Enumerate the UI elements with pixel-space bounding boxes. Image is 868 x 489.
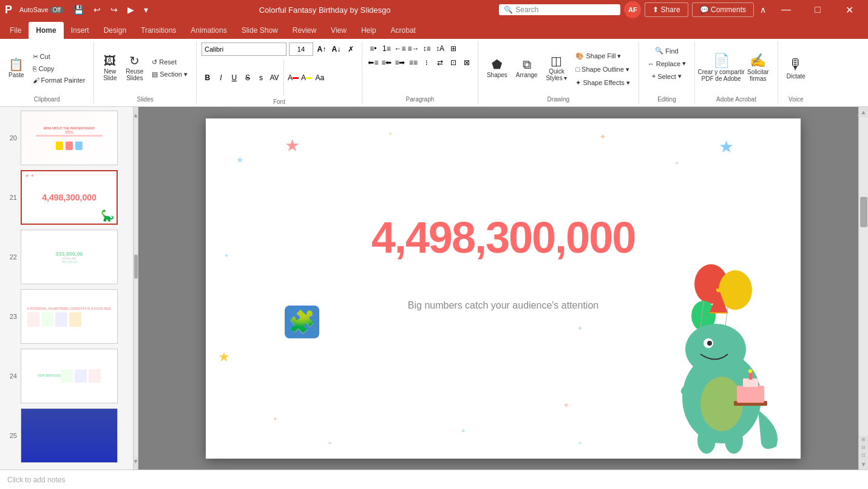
tab-file[interactable]: File: [2, 22, 29, 39]
panel-scrollbar[interactable]: ▲ ▼: [134, 107, 138, 470]
slide-thumb-22[interactable]: 333,000,00 2% 37m 23s 386,000 km: [21, 230, 118, 284]
cut-button[interactable]: ✂ Cut: [29, 51, 89, 63]
align-text-button[interactable]: ⊡: [447, 56, 459, 69]
reset-button[interactable]: ↺ Reset: [148, 56, 191, 68]
sort-button[interactable]: ↕A: [434, 43, 446, 55]
bold-button[interactable]: B: [202, 72, 214, 84]
highlight-color-button[interactable]: A: [300, 72, 313, 84]
canvas-right-scrollbar[interactable]: ▲ ⊞ ⊟ ⊡ ▼: [858, 107, 868, 470]
select-button[interactable]: ⌖ Select ▾: [648, 70, 685, 82]
tab-slideshow[interactable]: Slide Show: [234, 22, 285, 39]
charspacing-button[interactable]: AV: [268, 72, 280, 84]
puzzle-icon[interactable]: 🧩: [285, 306, 319, 338]
indent-dec-button[interactable]: ←≡: [394, 43, 406, 55]
close-button[interactable]: ✕: [835, 0, 863, 19]
bullets-button[interactable]: ≡•: [367, 43, 379, 55]
shape-outline-button[interactable]: □ Shape Outline ▾: [572, 64, 633, 75]
slide-canvas[interactable]: ★ ★ ✦ ✦ ★ ✦ ✦ ★ ✦ ✦ ✦ ✦ ✦ ✦ 4,498,300,00…: [206, 118, 801, 459]
undo-button[interactable]: ↩: [91, 4, 103, 16]
canvas-scroll-thumb[interactable]: [860, 197, 867, 227]
slide-thumb-21[interactable]: ★ ✦ 4,498,300,000 🦕: [21, 170, 118, 225]
replace-button[interactable]: ↔ Replace ▾: [644, 58, 690, 69]
scroll-thumb[interactable]: [134, 255, 138, 279]
numbering-button[interactable]: 1≡: [381, 43, 393, 55]
customize-qa[interactable]: ▾: [141, 4, 151, 16]
slide-thumb-23[interactable]: A POTENTIAL ADVERTISING CONCEPTS IS A GO…: [21, 289, 118, 344]
search-bar[interactable]: 🔍 Search: [499, 4, 620, 15]
present-button[interactable]: ▶: [125, 4, 137, 16]
underline-button[interactable]: U: [228, 72, 240, 84]
font-color-button[interactable]: A: [287, 72, 299, 84]
save-button[interactable]: 💾: [71, 4, 86, 16]
italic-button[interactable]: I: [215, 72, 227, 84]
slide-item-20[interactable]: 20 HOW ABOUT THE PERCENTAGES? 95% ──────…: [2, 109, 131, 166]
tab-transitions[interactable]: Transitions: [134, 22, 183, 39]
canvas-scroll-zoom-out[interactable]: ⊟: [861, 443, 866, 451]
canvas-scroll-down-btn[interactable]: ▼: [861, 459, 867, 470]
find-button[interactable]: 🔍 Find: [651, 45, 682, 56]
shape-effects-button[interactable]: ✦ Shape Effects ▾: [572, 77, 633, 89]
slide-thumb-20[interactable]: HOW ABOUT THE PERCENTAGES? 95% ─────────…: [21, 111, 118, 165]
decrease-font-button[interactable]: A↓: [330, 43, 342, 55]
notes-area[interactable]: Click to add notes: [0, 470, 868, 489]
redo-button[interactable]: ↪: [108, 4, 120, 16]
shadow-button[interactable]: s: [255, 72, 267, 84]
slide-item-23[interactable]: 23 A POTENTIAL ADVERTISING CONCEPTS IS A…: [2, 288, 131, 345]
request-sign-button[interactable]: ✍ Solicitarfirmas: [744, 52, 773, 84]
columns-button[interactable]: ⫶: [421, 56, 433, 69]
format-painter-button[interactable]: 🖌 Format Painter: [29, 75, 89, 86]
canvas-scroll-zoom-in[interactable]: ⊞: [861, 436, 866, 443]
increase-font-button[interactable]: A↑: [316, 43, 328, 55]
tab-design[interactable]: Design: [97, 22, 134, 39]
tab-insert[interactable]: Insert: [64, 22, 97, 39]
clear-format-button[interactable]: ✗: [345, 43, 357, 55]
scroll-up-arrow[interactable]: ▲: [133, 112, 139, 118]
scroll-down-arrow[interactable]: ▼: [133, 458, 139, 465]
slide-item-25[interactable]: 25: [2, 407, 131, 464]
tab-review[interactable]: Review: [285, 22, 324, 39]
canvas-area[interactable]: ▲ ★ ★ ✦ ✦ ★ ✦ ✦ ★ ✦ ✦ ✦ ✦ ✦ ✦ 4,498,300,…: [138, 107, 868, 470]
copy-button[interactable]: ⎘ Copy: [29, 63, 89, 74]
align-center-button[interactable]: ≡⬅: [381, 56, 393, 69]
user-avatar[interactable]: AF: [624, 1, 641, 18]
paste-button[interactable]: 📋 Paste: [5, 56, 28, 81]
new-slide-button[interactable]: 🖼 NewSlide: [99, 52, 121, 84]
tab-home[interactable]: Home: [29, 22, 63, 39]
line-spacing-button[interactable]: ↕≡: [421, 43, 433, 55]
justify-button[interactable]: ≡≡: [407, 56, 419, 69]
indent-inc-button[interactable]: ≡→: [407, 43, 419, 55]
canvas-scroll-fit[interactable]: ⊡: [861, 451, 866, 459]
tab-view[interactable]: View: [324, 22, 354, 39]
create-pdf-button[interactable]: 📄 Crear y compartirPDF de Adobe: [700, 52, 742, 84]
font-size-input[interactable]: [289, 43, 313, 56]
slide-item-21[interactable]: 21 ★ ✦ 4,498,300,000 🦕: [2, 169, 131, 226]
dictate-button[interactable]: 🎙 Dictate: [783, 55, 809, 82]
font-name-input[interactable]: [202, 43, 287, 56]
canvas-scroll-up-btn[interactable]: ▲: [861, 107, 867, 117]
tab-help[interactable]: Help: [354, 22, 384, 39]
text-dir-button[interactable]: ⇄: [434, 56, 446, 69]
strikethrough-button[interactable]: S: [242, 72, 254, 84]
slide-thumb-25[interactable]: [21, 408, 118, 463]
add-shapes-button[interactable]: ⊞: [447, 43, 459, 55]
slide-thumb-24[interactable]: OUR SERVICES: [21, 349, 118, 403]
reuse-slides-button[interactable]: ↻ ReuseSlides: [122, 52, 147, 84]
comments-button[interactable]: 💬 Comments: [692, 2, 754, 17]
align-left-button[interactable]: ⬅≡: [367, 56, 379, 69]
slide-item-22[interactable]: 22 333,000,00 2% 37m 23s 386,000 km: [2, 228, 131, 286]
arrange-button[interactable]: ⧉ Arrange: [512, 56, 541, 81]
tab-animations[interactable]: Animations: [183, 22, 234, 39]
minimize-button[interactable]: —: [772, 0, 800, 19]
tab-acrobat[interactable]: Acrobat: [384, 22, 423, 39]
quick-styles-button[interactable]: ◫ QuickStyles ▾: [542, 52, 571, 84]
shape-fill-button[interactable]: 🎨 Shape Fill ▾: [572, 50, 633, 62]
align-right-button[interactable]: ≡➡: [394, 56, 406, 69]
autosave-toggle[interactable]: AutoSave Off: [17, 5, 66, 15]
convert-smartart-button[interactable]: ⊠: [461, 56, 473, 69]
text-case-button[interactable]: Aa: [314, 72, 326, 84]
shapes-button[interactable]: ⬟ Shapes: [483, 56, 511, 81]
share-button[interactable]: ⬆ Share: [645, 2, 688, 17]
section-button[interactable]: ▤ Section ▾: [148, 69, 191, 80]
slide-item-24[interactable]: 24 OUR SERVICES: [2, 347, 131, 405]
ribbon-collapse-button[interactable]: ∧: [758, 4, 768, 16]
